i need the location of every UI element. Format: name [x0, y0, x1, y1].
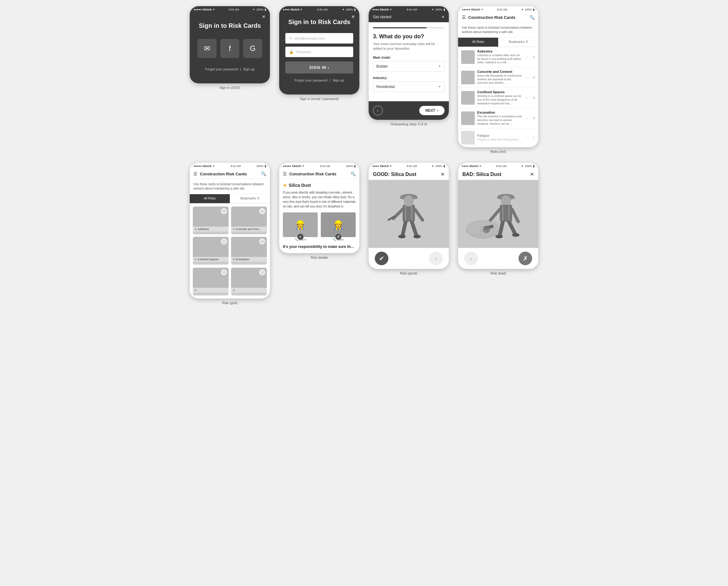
risk-star-fatigue[interactable]: ☆	[525, 135, 529, 140]
phone-risk-detail: ●●●●● Sketch ✦ 9:41 AM 100% ▮ ☰ Construc…	[279, 163, 359, 253]
signal-6: ●●●●● Sketch ✦	[283, 165, 305, 168]
risk-menu-asbestos[interactable]: ≡	[532, 54, 535, 60]
phone-wrapper-3: ●●●● Sketch ✦ 9:41 AM ✦ 100% ▮ Get start…	[367, 6, 450, 153]
signup-link-1[interactable]: Sign up	[243, 67, 255, 71]
email-sso-btn[interactable]: ✉	[198, 39, 216, 58]
tab-bar-4: All Risks Bookmarks: 8	[458, 38, 538, 47]
close-btn-1[interactable]: ✕	[262, 14, 266, 19]
svg-point-27	[512, 233, 519, 237]
onboarding-next-btn[interactable]: NEXT ›	[419, 106, 444, 115]
forgot-signup-2: Forgot your password | Sign up	[294, 78, 344, 82]
risk-card-close-bad[interactable]: ✕	[530, 171, 534, 177]
risk-item-concrete[interactable]: Concrete and Cement Every day thousands …	[458, 67, 538, 88]
risk-desc-excavation: The risk involved in excavations and tre…	[477, 115, 522, 126]
phone-wrapper-1: ●●●●● Sketch ✦ 9:41 AM ✦ 100% ▮ ✕ Sign i…	[188, 6, 271, 153]
risk-item-excavation[interactable]: Excavation The risk involved in excavati…	[458, 108, 538, 128]
risk-item-confined[interactable]: Confined Spaces Working in a confined sp…	[458, 88, 538, 108]
risk-card-title-bad: BAD: Silica Dust	[462, 172, 501, 177]
risk-star-asbestos[interactable]: ☆	[525, 55, 529, 59]
signal-4: ●●●●● Sketch ✦	[462, 8, 484, 11]
risk-star-excavation[interactable]: ☆	[525, 116, 529, 121]
bad-cross-btn[interactable]: ✗	[519, 252, 532, 265]
risk-item-asbestos[interactable]: Asbestos Asbestos is a hidden killer and…	[458, 47, 538, 67]
grid-card-asbestos[interactable]: ≡ Asbestos ☆	[193, 206, 229, 234]
risk-info-fatigue: Fatigue Fatigue is more than feeling tir…	[477, 134, 522, 142]
google-sso-btn[interactable]: G	[243, 39, 262, 58]
battery-5: 100% ▮	[256, 165, 266, 168]
grid-footer-asbestos: ≡ Asbestos	[193, 227, 229, 231]
good-check-btn[interactable]: ✔	[375, 252, 388, 265]
forgot-link-1[interactable]: Forgot your password	[205, 67, 238, 71]
onboarding-step-desc: Your most common everyday risks will be …	[373, 42, 444, 51]
app-desc-5: Use these cards to kickstart conversatio…	[190, 179, 270, 194]
app-header-4: ☰ Construction Risk Cards 🔍	[458, 13, 538, 23]
search-btn-6[interactable]: 🔍	[350, 171, 356, 176]
risk-name-asbestos: Asbestos	[477, 49, 522, 53]
facebook-sso-btn[interactable]: f	[220, 39, 239, 58]
risk-card-close-good[interactable]: ✕	[441, 171, 444, 177]
detail-img-good[interactable]: 👷 ✔ 🔍 Zoom	[283, 213, 318, 241]
search-btn-4[interactable]: 🔍	[529, 15, 535, 20]
detail-star[interactable]: ★	[283, 183, 287, 188]
grid-card-concrete[interactable]: ≡ Concrete and Cem... ☆	[231, 206, 267, 234]
risk-menu-fatigue[interactable]: ≡	[532, 135, 535, 141]
industry-value: Residential	[376, 84, 394, 89]
password-input-field[interactable]: 🔒 Password	[285, 47, 353, 57]
app-header-5: ☰ Construction Risk Cards 🔍	[190, 169, 270, 179]
grid-footer-excavation: ≡ Excavation	[231, 257, 267, 262]
signin-sso-title: Sign in to Risk Cards	[199, 22, 261, 30]
grid-name-excavation: Excavation	[236, 258, 249, 261]
grid-card-more-1[interactable]: ≡ ☆	[193, 268, 229, 295]
label-6: Risk details	[311, 255, 328, 259]
grid-more-row: ≡ ☆ ≡ ☆	[190, 268, 270, 298]
lock-icon: 🔒	[289, 50, 294, 54]
battery-4: ✦ 100% ▮	[521, 8, 535, 11]
hamburger-4[interactable]: ☰	[462, 15, 466, 20]
grid-card-confined[interactable]: ≡ Confined Spaces ☆	[193, 237, 229, 265]
industry-select[interactable]: Residential ▼	[373, 81, 444, 92]
phone-wrapper-5: ●●●●● Sketch ✦ 9:41 AM 100% ▮ ☰ Construc…	[188, 163, 271, 305]
risk-menu-confined[interactable]: ≡	[532, 95, 535, 101]
trade-select[interactable]: Builder ▼	[373, 61, 444, 72]
grid-card-more-2[interactable]: ≡ ☆	[231, 268, 267, 295]
risk-thumb-concrete	[461, 71, 475, 84]
tab-all-risks-5[interactable]: All Risks	[190, 194, 230, 203]
signal-7: ●●●● Sketch ✦	[372, 165, 392, 168]
detail-img-bad[interactable]: 👷 ✗ 🔍 Zoom	[321, 213, 356, 241]
risk-item-fatigue[interactable]: Fatigue Fatigue is more than feeling tir…	[458, 128, 538, 147]
onboarding-back-btn[interactable]: ‹	[373, 105, 383, 116]
hamburger-5[interactable]: ☰	[193, 171, 198, 176]
hamburger-6[interactable]: ☰	[283, 171, 287, 176]
risk-thumb-fatigue	[461, 131, 475, 145]
tab-all-risks-4[interactable]: All Risks	[458, 38, 498, 47]
grid-card-excavation[interactable]: ≡ Excavation ☆	[231, 237, 267, 265]
email-icon: ✉	[289, 36, 292, 41]
risk-menu-excavation[interactable]: ≡	[532, 116, 535, 121]
battery-7: ✦ 100% ▮	[432, 165, 445, 168]
grid-container-5: ≡ Asbestos ☆ ≡ Concrete and Cem... ☆	[190, 203, 270, 268]
detail-img-good-thumb: 👷	[283, 213, 318, 237]
risk-desc-fatigue: Fatigue is more than feeling tired ...	[477, 138, 522, 142]
signin-email-btn[interactable]: SIGN IN ›	[285, 62, 353, 73]
risk-star-confined[interactable]: ☆	[525, 95, 529, 100]
good-next-btn[interactable]: ›	[429, 252, 443, 265]
industry-label: Industry:	[373, 76, 444, 80]
forgot-signup-1: Forgot your password | Sign up	[205, 67, 255, 71]
tab-bookmarks-4[interactable]: Bookmarks: 8	[498, 38, 538, 47]
bad-back-btn[interactable]: ‹	[464, 252, 478, 265]
forgot-link-2[interactable]: Forgot your password	[294, 78, 327, 82]
risk-menu-concrete[interactable]: ≡	[532, 75, 535, 80]
signup-link-2[interactable]: Sign up	[333, 78, 344, 82]
onboarding-close-btn[interactable]: ✕	[441, 15, 444, 19]
detail-img-bad-thumb: 👷	[321, 213, 356, 237]
close-btn-2[interactable]: ✕	[352, 14, 355, 19]
risk-info-excavation: Excavation The risk involved in excavati…	[477, 111, 522, 126]
time-1: 9:41 AM	[229, 8, 239, 11]
tab-bookmarks-5[interactable]: Bookmarks: 8	[230, 194, 270, 203]
signin-email-body: Sign in to Risk Cards ✉ john@example.com…	[279, 13, 359, 95]
risk-star-concrete[interactable]: ☆	[525, 75, 529, 80]
risk-desc-asbestos: Asbestos is a hidden killer and can be f…	[477, 54, 522, 65]
password-placeholder: Password	[296, 50, 311, 54]
email-input-field[interactable]: ✉ john@example.com	[285, 33, 353, 44]
search-btn-5[interactable]: 🔍	[261, 171, 266, 176]
